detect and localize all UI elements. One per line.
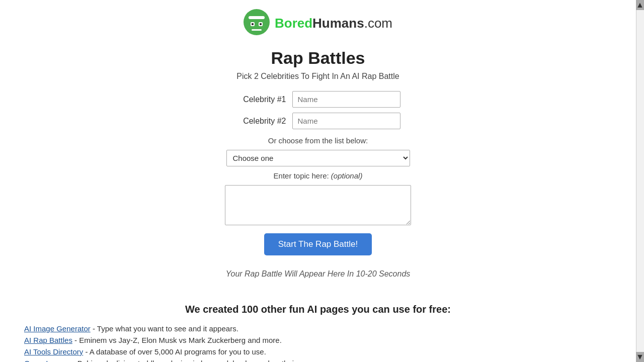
- ai-tools-directory-link[interactable]: AI Tools Directory: [24, 347, 83, 356]
- svg-rect-5: [260, 23, 262, 25]
- ai-rap-battles-desc: - Eminem vs Jay-Z, Elon Musk vs Mark Zuc…: [72, 336, 282, 344]
- svg-rect-4: [252, 23, 254, 25]
- scrollbar-up-button[interactable]: ▲: [636, 0, 644, 10]
- ai-tools-directory-desc: - A database of over 5,000 AI programs f…: [83, 347, 266, 356]
- ai-image-generator-desc: - Type what you want to see and it appea…: [91, 324, 238, 333]
- ai-rap-battles-link[interactable]: AI Rap Battles: [24, 336, 72, 344]
- up-arrow-icon: ▲: [636, 1, 644, 10]
- page-subtitle: Pick 2 Celebrities To Fight In An AI Rap…: [14, 72, 622, 81]
- svg-rect-1: [249, 16, 265, 19]
- logo-icon: [244, 9, 270, 37]
- crazy-images-link[interactable]: Crazy Images: [24, 359, 71, 362]
- form-section: Celebrity #1 Celebrity #2 Or choose from…: [14, 91, 622, 279]
- svg-rect-6: [252, 29, 262, 31]
- ai-image-generator-link[interactable]: AI Image Generator: [24, 324, 91, 333]
- celebrity2-row: Celebrity #2: [236, 113, 400, 129]
- scrollbar-down-button[interactable]: ▼: [636, 352, 644, 362]
- list-item: AI Image Generator - Type what you want …: [24, 324, 612, 333]
- celebrity2-input[interactable]: [292, 113, 400, 129]
- logo-humans: Humans: [312, 16, 364, 31]
- result-placeholder: Your Rap Battle Will Appear Here In 10-2…: [226, 269, 411, 279]
- list-item: AI Rap Battles - Eminem vs Jay-Z, Elon M…: [24, 336, 612, 344]
- celebrity1-input[interactable]: [292, 91, 400, 108]
- bottom-section: We created 100 other fun AI pages you ca…: [14, 304, 622, 362]
- crazy-images-desc: - Babies skydiving, toddlers playing in …: [71, 359, 324, 362]
- links-list: AI Image Generator - Type what you want …: [24, 324, 612, 362]
- down-arrow-icon: ▼: [636, 352, 644, 361]
- celebrity1-label: Celebrity #1: [236, 95, 286, 104]
- logo-bored: Bored: [275, 16, 312, 31]
- celebrity2-label: Celebrity #2: [236, 117, 286, 126]
- header: BoredHumans.com: [14, 0, 622, 42]
- topic-label: Enter topic here: (optional): [274, 171, 363, 180]
- topic-textarea[interactable]: [225, 185, 411, 225]
- celebrity1-row: Celebrity #1: [236, 91, 400, 108]
- page-title: Rap Battles: [14, 48, 622, 68]
- logo-dotcom: .com: [364, 16, 392, 31]
- list-item: AI Tools Directory - A database of over …: [24, 347, 612, 356]
- logo-text: BoredHumans.com: [275, 16, 392, 31]
- list-item: Crazy Images - Babies skydiving, toddler…: [24, 359, 612, 362]
- or-choose-label: Or choose from the list below:: [268, 136, 368, 145]
- svg-point-0: [244, 9, 270, 35]
- bottom-title: We created 100 other fun AI pages you ca…: [24, 304, 612, 315]
- page-wrapper: BoredHumans.com Rap Battles Pick 2 Celeb…: [4, 0, 640, 362]
- scrollbar[interactable]: ▲ ▼: [636, 0, 644, 362]
- choose-select[interactable]: Choose one: [226, 150, 410, 166]
- start-battle-button[interactable]: Start The Rap Battle!: [264, 233, 372, 255]
